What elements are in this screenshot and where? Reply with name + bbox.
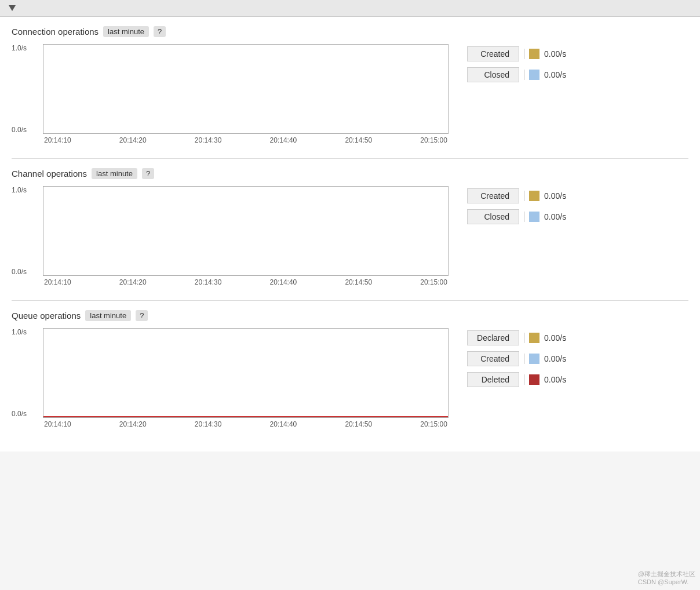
x-axis-label: 20:14:20 <box>119 136 147 144</box>
queue-legend-item-created: Created0.00/s <box>467 351 576 366</box>
x-axis-label: 20:15:00 <box>420 420 447 428</box>
connection-y-axis: 1.0/s0.0/s <box>12 44 27 134</box>
legend-separator <box>524 70 524 80</box>
x-axis-label: 20:14:10 <box>44 136 71 144</box>
queue-legend-swatch-declared <box>529 333 539 343</box>
collapse-icon[interactable] <box>9 5 16 11</box>
legend-separator <box>524 191 524 201</box>
connection-x-axis: 20:14:1020:14:2020:14:3020:14:4020:14:50… <box>43 136 449 144</box>
channel-time-badge[interactable]: last minute <box>92 168 137 179</box>
x-axis-label: 20:14:50 <box>345 420 372 428</box>
channel-legend-label-closed[interactable]: Closed <box>467 209 519 224</box>
legend-separator <box>524 49 524 59</box>
page-container: Connection operationslast minute?1.0/s0.… <box>0 0 700 451</box>
queue-x-axis: 20:14:1020:14:2020:14:3020:14:4020:14:50… <box>43 420 449 428</box>
x-axis-label: 20:15:00 <box>420 136 447 144</box>
x-axis-label: 20:15:00 <box>420 278 447 286</box>
connection-chart-canvas <box>43 44 449 134</box>
chart-section-queue: Queue operationslast minute?1.0/s0.0/s20… <box>12 300 688 428</box>
channel-legend-label-created[interactable]: Created <box>467 188 519 203</box>
x-axis-label: 20:14:10 <box>44 278 71 286</box>
connection-legend-label-created[interactable]: Created <box>467 46 519 61</box>
queue-legend-item-deleted: Deleted0.00/s <box>467 372 576 387</box>
queue-legend-item-declared: Declared0.00/s <box>467 330 576 345</box>
connection-legend-item-closed: Closed0.00/s <box>467 67 576 82</box>
watermark: @稀土掘金技术社区CSDN @SuperW. <box>638 570 695 585</box>
section-header <box>0 0 700 17</box>
channel-y-top: 1.0/s <box>12 186 27 194</box>
legend-separator <box>524 374 524 385</box>
chart-section-channel: Channel operationslast minute?1.0/s0.0/s… <box>12 158 688 286</box>
queue-y-axis: 1.0/s0.0/s <box>12 328 27 418</box>
x-axis-label: 20:14:20 <box>119 420 147 428</box>
x-axis-label: 20:14:30 <box>195 420 222 428</box>
x-axis-label: 20:14:20 <box>119 278 147 286</box>
channel-legend-swatch-created <box>529 191 539 201</box>
queue-legend-swatch-deleted <box>529 374 539 385</box>
channel-y-axis: 1.0/s0.0/s <box>12 186 27 276</box>
channel-x-axis: 20:14:1020:14:2020:14:3020:14:4020:14:50… <box>43 278 449 286</box>
section-body: Connection operationslast minute?1.0/s0.… <box>0 17 700 451</box>
channel-chart-canvas <box>43 186 449 276</box>
connection-chart-area: 1.0/s0.0/s20:14:1020:14:2020:14:3020:14:… <box>12 44 688 144</box>
queue-chart-canvas <box>43 328 449 418</box>
x-axis-label: 20:14:40 <box>270 136 297 144</box>
channel-legend-value-created: 0.00/s <box>544 191 576 201</box>
queue-time-badge[interactable]: last minute <box>85 310 131 321</box>
x-axis-label: 20:14:40 <box>270 420 297 428</box>
chart-section-connection: Connection operationslast minute?1.0/s0.… <box>12 26 688 144</box>
channel-y-bottom: 0.0/s <box>12 268 27 276</box>
queue-label: Queue operations <box>12 311 81 321</box>
queue-legend-label-deleted[interactable]: Deleted <box>467 372 519 387</box>
connection-legend-label-closed[interactable]: Closed <box>467 67 519 82</box>
connection-legend: Created0.00/sClosed0.00/s <box>467 46 576 82</box>
channel-label-row: Channel operationslast minute? <box>12 168 688 179</box>
x-axis-label: 20:14:50 <box>345 136 372 144</box>
connection-legend-value-closed: 0.00/s <box>544 70 576 79</box>
section-divider <box>12 158 688 159</box>
connection-time-badge[interactable]: last minute <box>103 26 149 37</box>
x-axis-label: 20:14:30 <box>195 278 222 286</box>
connection-label: Connection operations <box>12 27 99 37</box>
queue-label-row: Queue operationslast minute? <box>12 310 688 321</box>
queue-legend-value-deleted: 0.00/s <box>544 375 576 384</box>
connection-legend-value-created: 0.00/s <box>544 49 576 59</box>
connection-legend-swatch-created <box>529 49 539 59</box>
channel-chart-main: 20:14:1020:14:2020:14:3020:14:4020:14:50… <box>43 186 449 286</box>
queue-legend-label-created[interactable]: Created <box>467 351 519 366</box>
connection-y-top: 1.0/s <box>12 44 27 52</box>
connection-legend-item-created: Created0.00/s <box>467 46 576 61</box>
x-axis-label: 20:14:40 <box>270 278 297 286</box>
queue-y-bottom: 0.0/s <box>12 410 27 418</box>
channel-chart-area: 1.0/s0.0/s20:14:1020:14:2020:14:3020:14:… <box>12 186 688 286</box>
legend-separator <box>524 333 524 343</box>
channel-legend-item-closed: Closed0.00/s <box>467 209 576 224</box>
channel-label: Channel operations <box>12 169 87 179</box>
legend-separator <box>524 212 524 222</box>
queue-legend-value-declared: 0.00/s <box>544 333 576 343</box>
connection-help-badge[interactable]: ? <box>154 26 166 37</box>
queue-legend-swatch-created <box>529 354 539 364</box>
queue-legend: Declared0.00/sCreated0.00/sDeleted0.00/s <box>467 330 576 387</box>
queue-help-badge[interactable]: ? <box>136 310 148 321</box>
connection-chart-main: 20:14:1020:14:2020:14:3020:14:4020:14:50… <box>43 44 449 144</box>
channel-legend-item-created: Created0.00/s <box>467 188 576 203</box>
channel-legend-swatch-closed <box>529 212 539 222</box>
queue-bottom-line <box>43 416 448 417</box>
queue-chart-main: 20:14:1020:14:2020:14:3020:14:4020:14:50… <box>43 328 449 428</box>
queue-legend-value-created: 0.00/s <box>544 354 576 363</box>
x-axis-label: 20:14:10 <box>44 420 71 428</box>
connection-label-row: Connection operationslast minute? <box>12 26 688 37</box>
x-axis-label: 20:14:50 <box>345 278 372 286</box>
queue-legend-label-declared[interactable]: Declared <box>467 330 519 345</box>
queue-chart-area: 1.0/s0.0/s20:14:1020:14:2020:14:3020:14:… <box>12 328 688 428</box>
section-divider <box>12 300 688 301</box>
channel-legend-value-closed: 0.00/s <box>544 212 576 221</box>
channel-legend: Created0.00/sClosed0.00/s <box>467 188 576 224</box>
x-axis-label: 20:14:30 <box>195 136 222 144</box>
connection-legend-swatch-closed <box>529 70 539 80</box>
channel-help-badge[interactable]: ? <box>142 168 154 179</box>
queue-y-top: 1.0/s <box>12 328 27 336</box>
connection-y-bottom: 0.0/s <box>12 126 27 134</box>
legend-separator <box>524 354 524 364</box>
